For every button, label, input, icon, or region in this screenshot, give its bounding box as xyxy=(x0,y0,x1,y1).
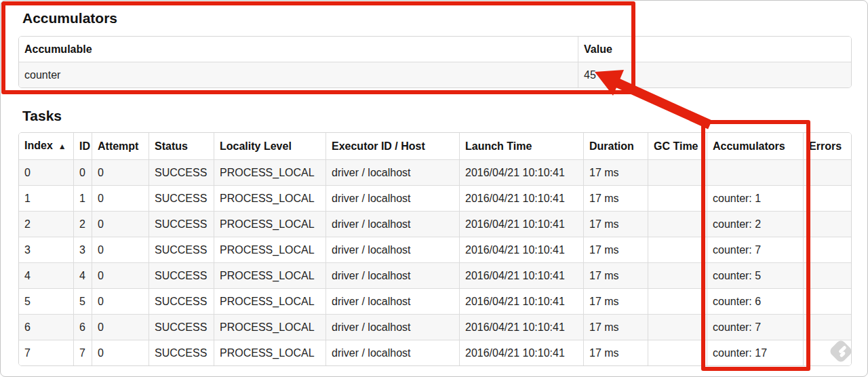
sort-ascending-icon: ▲ xyxy=(58,142,66,151)
cell-locality-level: PROCESS_LOCAL xyxy=(214,185,326,211)
cell-duration: 17 ms xyxy=(583,288,648,314)
table-row: 0 0 0 SUCCESS PROCESS_LOCAL driver / loc… xyxy=(19,159,851,185)
cell-id: 3 xyxy=(73,237,92,262)
cell-locality-level: PROCESS_LOCAL xyxy=(214,288,326,314)
cell-executor-id-host: driver / localhost xyxy=(326,340,459,365)
cell-attempt: 0 xyxy=(92,340,149,365)
accumulators-section-heading: Accumulators xyxy=(22,9,850,26)
col-header-errors[interactable]: Errors xyxy=(803,133,851,159)
cell-errors xyxy=(803,314,851,340)
table-row: 3 3 0 SUCCESS PROCESS_LOCAL driver / loc… xyxy=(19,237,851,262)
cell-duration: 17 ms xyxy=(583,314,648,340)
cell-locality-level: PROCESS_LOCAL xyxy=(214,262,326,288)
cell-accumulators xyxy=(707,159,803,185)
col-header-accumulators[interactable]: Accumulators xyxy=(707,133,803,159)
table-row: 7 7 0 SUCCESS PROCESS_LOCAL driver / loc… xyxy=(19,340,851,365)
cell-errors xyxy=(803,237,851,262)
cell-launch-time: 2016/04/21 10:10:41 xyxy=(459,159,583,185)
cell-accumulable-name: counter xyxy=(19,62,578,87)
col-header-locality-level[interactable]: Locality Level xyxy=(214,133,326,159)
table-row: 4 4 0 SUCCESS PROCESS_LOCAL driver / loc… xyxy=(19,262,851,288)
table-row: 6 6 0 SUCCESS PROCESS_LOCAL driver / loc… xyxy=(19,314,851,340)
cell-status: SUCCESS xyxy=(149,211,214,237)
cell-launch-time: 2016/04/21 10:10:41 xyxy=(459,314,583,340)
cell-errors xyxy=(803,340,851,365)
col-header-gc-time[interactable]: GC Time xyxy=(648,133,707,159)
cell-index: 2 xyxy=(19,211,73,237)
cell-attempt: 0 xyxy=(92,288,149,314)
col-header-status[interactable]: Status xyxy=(149,133,214,159)
cell-status: SUCCESS xyxy=(149,262,214,288)
cell-status: SUCCESS xyxy=(149,185,214,211)
cell-index: 7 xyxy=(19,340,73,365)
cell-errors xyxy=(803,159,851,185)
cell-launch-time: 2016/04/21 10:10:41 xyxy=(459,185,583,211)
cell-accumulators: counter: 7 xyxy=(707,237,803,262)
page-content: Accumulators Accumulable Value counter 4… xyxy=(1,1,867,366)
col-header-attempt[interactable]: Attempt xyxy=(92,133,149,159)
cell-id: 5 xyxy=(73,288,92,314)
cell-locality-level: PROCESS_LOCAL xyxy=(214,237,326,262)
cell-index: 5 xyxy=(19,288,73,314)
cell-executor-id-host: driver / localhost xyxy=(326,288,459,314)
cell-attempt: 0 xyxy=(92,314,149,340)
cell-status: SUCCESS xyxy=(149,237,214,262)
col-header-index[interactable]: Index▲ xyxy=(19,133,73,159)
cell-launch-time: 2016/04/21 10:10:41 xyxy=(459,340,583,365)
cell-launch-time: 2016/04/21 10:10:41 xyxy=(459,262,583,288)
cell-id: 1 xyxy=(73,185,92,211)
col-header-duration[interactable]: Duration xyxy=(583,133,648,159)
cell-accumulators: counter: 5 xyxy=(707,262,803,288)
cell-gc-time xyxy=(648,340,707,365)
cell-locality-level: PROCESS_LOCAL xyxy=(214,211,326,237)
cell-launch-time: 2016/04/21 10:10:41 xyxy=(459,211,583,237)
cell-executor-id-host: driver / localhost xyxy=(326,185,459,211)
cell-gc-time xyxy=(648,211,707,237)
spark-ui-page: Accumulators Accumulable Value counter 4… xyxy=(0,0,868,377)
cell-duration: 17 ms xyxy=(583,159,648,185)
cell-accumulators: counter: 2 xyxy=(707,211,803,237)
cell-gc-time xyxy=(648,185,707,211)
cell-executor-id-host: driver / localhost xyxy=(326,237,459,262)
cell-attempt: 0 xyxy=(92,262,149,288)
col-header-id[interactable]: ID xyxy=(73,133,92,159)
cell-duration: 17 ms xyxy=(583,340,648,365)
tasks-table: Index▲ ID Attempt Status Locality Level … xyxy=(18,132,852,366)
col-header-executor-id-host[interactable]: Executor ID / Host xyxy=(326,133,459,159)
cell-duration: 17 ms xyxy=(583,185,648,211)
cell-index: 3 xyxy=(19,237,73,262)
col-header-index-label: Index xyxy=(24,140,53,151)
cell-gc-time xyxy=(648,237,707,262)
cell-errors xyxy=(803,288,851,314)
cell-gc-time xyxy=(648,159,707,185)
col-header-accumulable: Accumulable xyxy=(19,37,578,62)
cell-executor-id-host: driver / localhost xyxy=(326,211,459,237)
cell-status: SUCCESS xyxy=(149,340,214,365)
accumulators-header-row: Accumulable Value xyxy=(19,37,851,62)
cell-launch-time: 2016/04/21 10:10:41 xyxy=(459,288,583,314)
cell-attempt: 0 xyxy=(92,237,149,262)
tasks-header-row: Index▲ ID Attempt Status Locality Level … xyxy=(19,133,851,159)
table-row: 5 5 0 SUCCESS PROCESS_LOCAL driver / loc… xyxy=(19,288,851,314)
cell-locality-level: PROCESS_LOCAL xyxy=(214,159,326,185)
cell-gc-time xyxy=(648,314,707,340)
cell-id: 2 xyxy=(73,211,92,237)
tasks-section-heading: Tasks xyxy=(22,107,850,124)
cell-index: 4 xyxy=(19,262,73,288)
cell-attempt: 0 xyxy=(92,159,149,185)
cell-index: 1 xyxy=(19,185,73,211)
cell-status: SUCCESS xyxy=(149,314,214,340)
cell-duration: 17 ms xyxy=(583,211,648,237)
cell-id: 6 xyxy=(73,314,92,340)
cell-duration: 17 ms xyxy=(583,237,648,262)
cell-accumulators: counter: 7 xyxy=(707,314,803,340)
cell-launch-time: 2016/04/21 10:10:41 xyxy=(459,237,583,262)
table-row: 1 1 0 SUCCESS PROCESS_LOCAL driver / loc… xyxy=(19,185,851,211)
cell-id: 7 xyxy=(73,340,92,365)
col-header-value: Value xyxy=(578,37,851,62)
cell-executor-id-host: driver / localhost xyxy=(326,159,459,185)
cell-id: 0 xyxy=(73,159,92,185)
cell-attempt: 0 xyxy=(92,211,149,237)
cell-gc-time xyxy=(648,262,707,288)
col-header-launch-time[interactable]: Launch Time xyxy=(459,133,583,159)
